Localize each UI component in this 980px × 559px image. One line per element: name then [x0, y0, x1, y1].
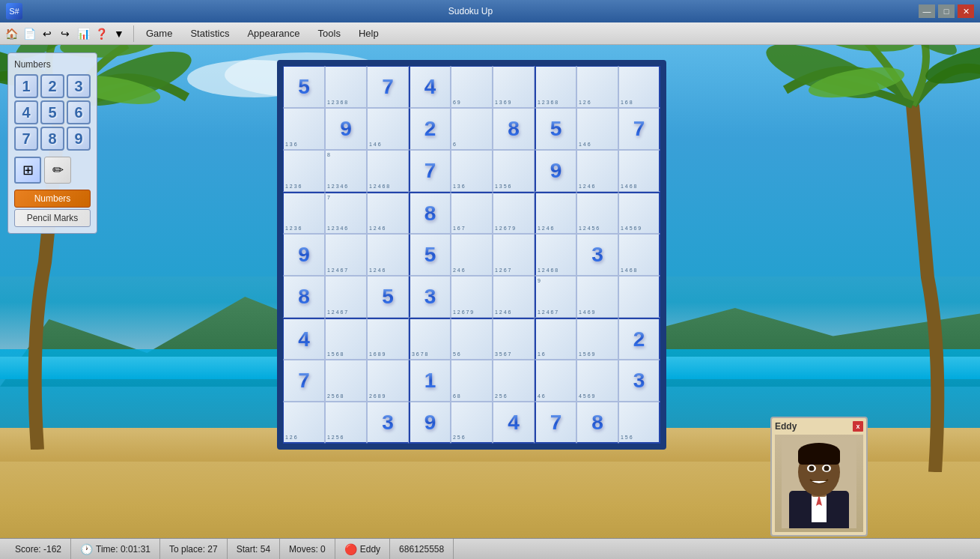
cell-1-2[interactable]: 1 4 6: [367, 108, 409, 150]
cell-1-7[interactable]: 1 4 6: [576, 108, 618, 150]
num-btn-1[interactable]: 1: [14, 74, 38, 98]
cell-3-7[interactable]: 1 2 4 5 6: [576, 192, 618, 234]
cell-1-6[interactable]: 5: [535, 108, 576, 150]
cell-0-2[interactable]: 7: [367, 66, 409, 108]
cell-6-6[interactable]: 1 6: [535, 318, 576, 360]
cell-6-2[interactable]: 1 6 8 9: [367, 318, 409, 360]
cell-2-7[interactable]: 1 2 4 6: [576, 150, 618, 192]
cell-7-4[interactable]: 6 8: [451, 360, 493, 402]
num-btn-3[interactable]: 3: [67, 74, 91, 98]
cell-5-4[interactable]: 1 2 6 7 9: [451, 276, 493, 318]
cell-7-1[interactable]: 2 5 6 8: [325, 360, 367, 402]
num-btn-6[interactable]: 6: [67, 100, 91, 124]
toolbar-home[interactable]: 🏠: [3, 25, 19, 42]
menu-appearance[interactable]: Appearance: [238, 22, 308, 45]
minimize-button[interactable]: —: [919, 4, 935, 18]
cell-3-8[interactable]: 1 4 5 6 9: [618, 192, 660, 234]
cell-0-3[interactable]: 4: [409, 66, 451, 108]
cell-2-2[interactable]: 1 2 4 6 8: [367, 150, 409, 192]
cell-4-1[interactable]: 1 2 4 6 7: [325, 234, 367, 276]
cell-4-3[interactable]: 5: [409, 234, 451, 276]
num-btn-8[interactable]: 8: [40, 127, 64, 151]
num-btn-9[interactable]: 9: [67, 127, 91, 151]
menu-game[interactable]: Game: [137, 22, 181, 45]
cell-5-3[interactable]: 3: [409, 276, 451, 318]
cell-4-8[interactable]: 1 4 6 8: [618, 234, 660, 276]
cell-0-8[interactable]: 1 6 8: [618, 66, 660, 108]
num-btn-4[interactable]: 4: [14, 100, 38, 124]
menu-statistics[interactable]: Statistics: [181, 22, 238, 45]
num-btn-5[interactable]: 5: [40, 100, 64, 124]
toolbar-help[interactable]: ❓: [93, 25, 109, 42]
cell-0-5[interactable]: 1 3 6 9: [493, 66, 535, 108]
eraser-btn[interactable]: ✏: [44, 157, 71, 184]
toolbar-new[interactable]: 📄: [21, 25, 37, 42]
cell-0-0[interactable]: 5: [283, 66, 325, 108]
cell-8-2[interactable]: 3: [367, 402, 409, 444]
cell-8-6[interactable]: 7: [535, 402, 576, 444]
cell-0-6[interactable]: 1 2 3 6 8: [535, 66, 576, 108]
cell-1-5[interactable]: 8: [493, 108, 535, 150]
toolbar-undo[interactable]: ↩: [39, 25, 55, 42]
cell-5-2[interactable]: 5: [367, 276, 409, 318]
toolbar-more[interactable]: ▼: [111, 25, 127, 42]
pencil-grid-btn[interactable]: ⊞: [14, 157, 41, 184]
cell-4-0[interactable]: 9: [283, 234, 325, 276]
cell-7-6[interactable]: 4 6: [535, 360, 576, 402]
cell-8-7[interactable]: 8: [576, 402, 618, 444]
cell-5-0[interactable]: 8: [283, 276, 325, 318]
cell-2-5[interactable]: 1 3 5 6: [493, 150, 535, 192]
cell-5-8[interactable]: [618, 276, 660, 318]
cell-7-3[interactable]: 1: [409, 360, 451, 402]
cell-8-8[interactable]: 1 5 6: [618, 402, 660, 444]
cell-2-6[interactable]: 9: [535, 150, 576, 192]
cell-4-6[interactable]: 1 2 4 6 8: [535, 234, 576, 276]
cell-2-1[interactable]: 81 2 3 4 6: [325, 150, 367, 192]
cell-1-0[interactable]: 1 3 6: [283, 108, 325, 150]
num-btn-7[interactable]: 7: [14, 127, 38, 151]
num-btn-2[interactable]: 2: [40, 74, 64, 98]
cell-8-5[interactable]: 4: [493, 402, 535, 444]
cell-1-1[interactable]: 9: [325, 108, 367, 150]
cell-6-1[interactable]: 1 5 6 8: [325, 318, 367, 360]
cell-0-4[interactable]: 6 9: [451, 66, 493, 108]
cell-3-2[interactable]: 1 2 4 6: [367, 192, 409, 234]
cell-2-3[interactable]: 7: [409, 150, 451, 192]
maximize-button[interactable]: □: [938, 4, 955, 18]
cell-8-0[interactable]: 1 2 6: [283, 402, 325, 444]
cell-5-6[interactable]: 91 2 4 6 7: [535, 276, 576, 318]
cell-1-8[interactable]: 7: [618, 108, 660, 150]
cell-7-2[interactable]: 2 6 8 9: [367, 360, 409, 402]
cell-7-8[interactable]: 3: [618, 360, 660, 402]
cell-1-3[interactable]: 2: [409, 108, 451, 150]
avatar-close-btn[interactable]: x: [853, 421, 863, 432]
cell-4-2[interactable]: 1 2 4 6: [367, 234, 409, 276]
menu-tools[interactable]: Tools: [309, 22, 350, 45]
cell-1-4[interactable]: 6: [451, 108, 493, 150]
cell-0-7[interactable]: 1 2 6: [576, 66, 618, 108]
cell-6-4[interactable]: 5 6: [451, 318, 493, 360]
toolbar-stats[interactable]: 📊: [75, 25, 91, 42]
cell-8-4[interactable]: 2 5 6: [451, 402, 493, 444]
cell-2-8[interactable]: 1 4 6 8: [618, 150, 660, 192]
cell-5-7[interactable]: 1 4 6 9: [576, 276, 618, 318]
cell-7-0[interactable]: 7: [283, 360, 325, 402]
cell-7-7[interactable]: 4 5 6 9: [576, 360, 618, 402]
cell-6-5[interactable]: 3 5 6 7: [493, 318, 535, 360]
mode-pencil[interactable]: Pencil Marks: [14, 209, 91, 227]
cell-3-6[interactable]: 1 2 4 6: [535, 192, 576, 234]
cell-8-1[interactable]: 1 2 5 6: [325, 402, 367, 444]
cell-4-7[interactable]: 3: [576, 234, 618, 276]
cell-6-8[interactable]: 2: [618, 318, 660, 360]
close-button[interactable]: ✕: [958, 4, 974, 18]
cell-3-5[interactable]: 1 2 6 7 9: [493, 192, 535, 234]
cell-5-1[interactable]: 1 2 4 6 7: [325, 276, 367, 318]
cell-6-0[interactable]: 4: [283, 318, 325, 360]
cell-2-0[interactable]: 1 2 3 6: [283, 150, 325, 192]
cell-3-3[interactable]: 8: [409, 192, 451, 234]
cell-4-5[interactable]: 1 2 6 7: [493, 234, 535, 276]
cell-0-1[interactable]: 1 2 3 6 8: [325, 66, 367, 108]
cell-8-3[interactable]: 9: [409, 402, 451, 444]
cell-3-4[interactable]: 1 6 7: [451, 192, 493, 234]
cell-3-1[interactable]: 71 2 3 4 6: [325, 192, 367, 234]
